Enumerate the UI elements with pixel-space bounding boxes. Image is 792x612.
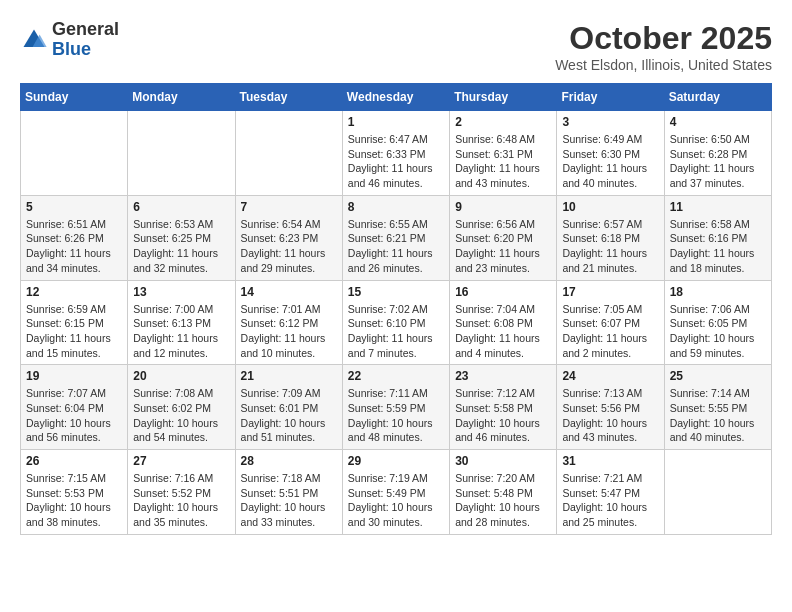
day-info: Sunrise: 7:07 AMSunset: 6:04 PMDaylight:… <box>26 386 122 445</box>
day-info: Sunrise: 6:56 AMSunset: 6:20 PMDaylight:… <box>455 217 551 276</box>
calendar-cell: 19Sunrise: 7:07 AMSunset: 6:04 PMDayligh… <box>21 365 128 450</box>
title-block: October 2025 West Elsdon, Illinois, Unit… <box>555 20 772 73</box>
day-info: Sunrise: 6:55 AMSunset: 6:21 PMDaylight:… <box>348 217 444 276</box>
day-number: 15 <box>348 285 444 299</box>
day-number: 30 <box>455 454 551 468</box>
day-info: Sunrise: 7:16 AMSunset: 5:52 PMDaylight:… <box>133 471 229 530</box>
calendar-cell: 30Sunrise: 7:20 AMSunset: 5:48 PMDayligh… <box>450 450 557 535</box>
calendar-cell <box>664 450 771 535</box>
calendar-row: 12Sunrise: 6:59 AMSunset: 6:15 PMDayligh… <box>21 280 772 365</box>
page-header: General Blue October 2025 West Elsdon, I… <box>20 20 772 73</box>
day-number: 10 <box>562 200 658 214</box>
day-info: Sunrise: 6:53 AMSunset: 6:25 PMDaylight:… <box>133 217 229 276</box>
calendar-cell: 15Sunrise: 7:02 AMSunset: 6:10 PMDayligh… <box>342 280 449 365</box>
calendar-cell: 11Sunrise: 6:58 AMSunset: 6:16 PMDayligh… <box>664 195 771 280</box>
calendar-cell: 10Sunrise: 6:57 AMSunset: 6:18 PMDayligh… <box>557 195 664 280</box>
calendar-cell: 24Sunrise: 7:13 AMSunset: 5:56 PMDayligh… <box>557 365 664 450</box>
day-number: 20 <box>133 369 229 383</box>
day-number: 23 <box>455 369 551 383</box>
logo-blue: Blue <box>52 39 91 59</box>
day-info: Sunrise: 7:14 AMSunset: 5:55 PMDaylight:… <box>670 386 766 445</box>
calendar-cell: 18Sunrise: 7:06 AMSunset: 6:05 PMDayligh… <box>664 280 771 365</box>
day-info: Sunrise: 7:09 AMSunset: 6:01 PMDaylight:… <box>241 386 337 445</box>
day-info: Sunrise: 7:05 AMSunset: 6:07 PMDaylight:… <box>562 302 658 361</box>
logo-text: General Blue <box>52 20 119 60</box>
day-info: Sunrise: 6:50 AMSunset: 6:28 PMDaylight:… <box>670 132 766 191</box>
calendar-cell: 8Sunrise: 6:55 AMSunset: 6:21 PMDaylight… <box>342 195 449 280</box>
day-number: 19 <box>26 369 122 383</box>
day-number: 2 <box>455 115 551 129</box>
location: West Elsdon, Illinois, United States <box>555 57 772 73</box>
calendar-cell: 12Sunrise: 6:59 AMSunset: 6:15 PMDayligh… <box>21 280 128 365</box>
day-number: 25 <box>670 369 766 383</box>
day-number: 16 <box>455 285 551 299</box>
day-info: Sunrise: 7:00 AMSunset: 6:13 PMDaylight:… <box>133 302 229 361</box>
day-number: 24 <box>562 369 658 383</box>
calendar-cell: 23Sunrise: 7:12 AMSunset: 5:58 PMDayligh… <box>450 365 557 450</box>
calendar-cell: 31Sunrise: 7:21 AMSunset: 5:47 PMDayligh… <box>557 450 664 535</box>
day-number: 22 <box>348 369 444 383</box>
day-info: Sunrise: 6:47 AMSunset: 6:33 PMDaylight:… <box>348 132 444 191</box>
month-title: October 2025 <box>555 20 772 57</box>
day-number: 1 <box>348 115 444 129</box>
day-info: Sunrise: 7:11 AMSunset: 5:59 PMDaylight:… <box>348 386 444 445</box>
calendar-row: 1Sunrise: 6:47 AMSunset: 6:33 PMDaylight… <box>21 111 772 196</box>
day-info: Sunrise: 6:49 AMSunset: 6:30 PMDaylight:… <box>562 132 658 191</box>
day-number: 29 <box>348 454 444 468</box>
day-info: Sunrise: 6:51 AMSunset: 6:26 PMDaylight:… <box>26 217 122 276</box>
calendar-cell: 9Sunrise: 6:56 AMSunset: 6:20 PMDaylight… <box>450 195 557 280</box>
calendar-cell: 28Sunrise: 7:18 AMSunset: 5:51 PMDayligh… <box>235 450 342 535</box>
calendar-cell: 2Sunrise: 6:48 AMSunset: 6:31 PMDaylight… <box>450 111 557 196</box>
calendar-cell <box>21 111 128 196</box>
day-number: 4 <box>670 115 766 129</box>
calendar-cell: 21Sunrise: 7:09 AMSunset: 6:01 PMDayligh… <box>235 365 342 450</box>
calendar-cell: 3Sunrise: 6:49 AMSunset: 6:30 PMDaylight… <box>557 111 664 196</box>
calendar-cell: 27Sunrise: 7:16 AMSunset: 5:52 PMDayligh… <box>128 450 235 535</box>
day-number: 27 <box>133 454 229 468</box>
calendar-cell: 14Sunrise: 7:01 AMSunset: 6:12 PMDayligh… <box>235 280 342 365</box>
weekday-header: Sunday <box>21 84 128 111</box>
day-info: Sunrise: 6:54 AMSunset: 6:23 PMDaylight:… <box>241 217 337 276</box>
day-info: Sunrise: 7:12 AMSunset: 5:58 PMDaylight:… <box>455 386 551 445</box>
day-number: 8 <box>348 200 444 214</box>
day-number: 3 <box>562 115 658 129</box>
calendar-cell: 29Sunrise: 7:19 AMSunset: 5:49 PMDayligh… <box>342 450 449 535</box>
logo-general: General <box>52 19 119 39</box>
day-number: 11 <box>670 200 766 214</box>
day-number: 18 <box>670 285 766 299</box>
calendar-row: 19Sunrise: 7:07 AMSunset: 6:04 PMDayligh… <box>21 365 772 450</box>
day-info: Sunrise: 7:13 AMSunset: 5:56 PMDaylight:… <box>562 386 658 445</box>
day-info: Sunrise: 7:01 AMSunset: 6:12 PMDaylight:… <box>241 302 337 361</box>
day-info: Sunrise: 7:19 AMSunset: 5:49 PMDaylight:… <box>348 471 444 530</box>
day-number: 17 <box>562 285 658 299</box>
calendar-cell: 22Sunrise: 7:11 AMSunset: 5:59 PMDayligh… <box>342 365 449 450</box>
weekday-header: Saturday <box>664 84 771 111</box>
calendar-cell <box>128 111 235 196</box>
weekday-header: Wednesday <box>342 84 449 111</box>
day-number: 21 <box>241 369 337 383</box>
day-number: 7 <box>241 200 337 214</box>
day-number: 5 <box>26 200 122 214</box>
calendar-cell: 4Sunrise: 6:50 AMSunset: 6:28 PMDaylight… <box>664 111 771 196</box>
calendar-cell: 26Sunrise: 7:15 AMSunset: 5:53 PMDayligh… <box>21 450 128 535</box>
day-info: Sunrise: 7:20 AMSunset: 5:48 PMDaylight:… <box>455 471 551 530</box>
day-number: 31 <box>562 454 658 468</box>
day-number: 12 <box>26 285 122 299</box>
calendar-cell: 16Sunrise: 7:04 AMSunset: 6:08 PMDayligh… <box>450 280 557 365</box>
calendar-cell: 25Sunrise: 7:14 AMSunset: 5:55 PMDayligh… <box>664 365 771 450</box>
calendar-table: SundayMondayTuesdayWednesdayThursdayFrid… <box>20 83 772 535</box>
day-info: Sunrise: 7:21 AMSunset: 5:47 PMDaylight:… <box>562 471 658 530</box>
day-info: Sunrise: 7:04 AMSunset: 6:08 PMDaylight:… <box>455 302 551 361</box>
calendar-cell: 20Sunrise: 7:08 AMSunset: 6:02 PMDayligh… <box>128 365 235 450</box>
day-number: 9 <box>455 200 551 214</box>
day-info: Sunrise: 7:18 AMSunset: 5:51 PMDaylight:… <box>241 471 337 530</box>
calendar-cell: 6Sunrise: 6:53 AMSunset: 6:25 PMDaylight… <box>128 195 235 280</box>
weekday-header: Monday <box>128 84 235 111</box>
day-info: Sunrise: 6:48 AMSunset: 6:31 PMDaylight:… <box>455 132 551 191</box>
weekday-header: Friday <box>557 84 664 111</box>
day-number: 28 <box>241 454 337 468</box>
calendar-cell: 17Sunrise: 7:05 AMSunset: 6:07 PMDayligh… <box>557 280 664 365</box>
weekday-header: Tuesday <box>235 84 342 111</box>
day-info: Sunrise: 6:59 AMSunset: 6:15 PMDaylight:… <box>26 302 122 361</box>
logo: General Blue <box>20 20 119 60</box>
